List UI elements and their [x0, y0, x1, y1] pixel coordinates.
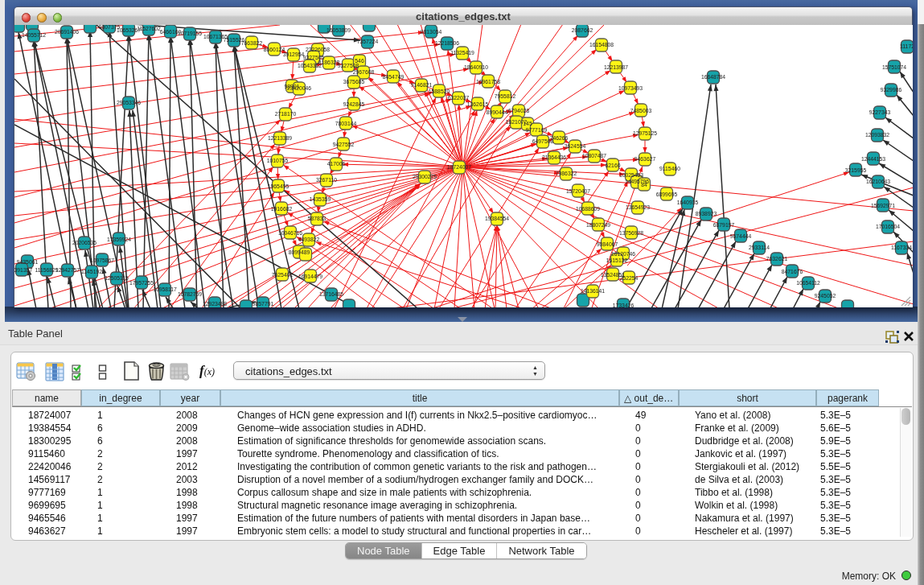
- svg-text:16914479: 16914479: [298, 274, 322, 279]
- svg-text:7357224: 7357224: [357, 39, 379, 44]
- svg-text:8186328: 8186328: [318, 60, 340, 65]
- svg-text:12942757: 12942757: [55, 267, 80, 273]
- svg-text:13756928: 13756928: [619, 230, 643, 236]
- svg-text:3215955: 3215955: [845, 167, 867, 173]
- svg-text:14055712: 14055712: [22, 32, 46, 38]
- svg-text:17359924: 17359924: [107, 237, 131, 242]
- svg-text:9674444: 9674444: [730, 233, 752, 239]
- svg-text:20691406: 20691406: [55, 29, 79, 35]
- svg-text:9427552: 9427552: [333, 142, 355, 147]
- svg-text:9245052: 9245052: [815, 293, 836, 299]
- svg-text:12505115: 12505115: [105, 275, 129, 281]
- svg-text:15720407: 15720407: [566, 188, 590, 194]
- svg-text:7986322: 7986322: [556, 171, 577, 176]
- svg-text:10025453: 10025453: [619, 172, 643, 178]
- svg-text:12444153: 12444153: [861, 156, 885, 162]
- svg-text:6322037: 6322037: [448, 95, 470, 101]
- svg-text:4493822: 4493822: [298, 237, 320, 242]
- svg-text:8454749: 8454749: [383, 74, 405, 80]
- svg-text:17016504: 17016504: [876, 224, 900, 229]
- svg-text:1362615: 1362615: [467, 101, 489, 107]
- svg-text:9084067: 9084067: [597, 241, 618, 247]
- svg-text:252254: 252254: [620, 275, 639, 281]
- svg-text:6879197: 6879197: [713, 222, 735, 228]
- svg-text:7955812: 7955812: [495, 93, 516, 99]
- svg-text:9435061: 9435061: [17, 259, 39, 265]
- svg-text:9115460: 9115460: [659, 166, 680, 171]
- svg-text:8813054: 8813054: [421, 29, 442, 35]
- svg-text:1615132: 1615132: [606, 257, 628, 263]
- svg-text:417006: 417006: [327, 161, 346, 167]
- svg-text:2933114: 2933114: [749, 245, 770, 250]
- svg-text:8660124: 8660124: [264, 47, 285, 52]
- svg-text:18724007: 18724007: [447, 164, 471, 170]
- svg-text:7803144: 7803144: [335, 121, 357, 126]
- svg-text:1733426: 1733426: [613, 303, 634, 307]
- svg-text:9463627: 9463627: [634, 156, 656, 162]
- svg-text:587833: 587833: [308, 216, 326, 221]
- svg-text:1435359: 1435359: [310, 196, 331, 202]
- svg-text:21364436: 21364436: [542, 154, 566, 160]
- svg-text:9777169: 9777169: [526, 127, 548, 133]
- svg-text:1916682: 1916682: [271, 206, 293, 212]
- svg-text:10958117: 10958117: [153, 286, 177, 292]
- svg-text:16154808: 16154808: [589, 42, 614, 47]
- svg-text:1640935: 1640935: [677, 200, 699, 205]
- svg-text:18640910: 18640910: [464, 64, 488, 70]
- svg-text:9327508: 9327508: [338, 63, 359, 68]
- svg-text:18807249: 18807249: [586, 222, 610, 228]
- svg-text:16782759: 16782759: [178, 291, 202, 297]
- svg-text:2718170: 2718170: [275, 111, 297, 117]
- svg-text:12213389: 12213389: [268, 135, 292, 141]
- svg-text:16120746: 16120746: [611, 251, 635, 257]
- svg-text:23420046: 23420046: [287, 85, 311, 91]
- svg-text:1167334: 1167334: [891, 245, 912, 250]
- svg-text:16210643: 16210643: [866, 179, 890, 184]
- svg-text:145: 145: [523, 121, 532, 126]
- svg-text:29053346: 29053346: [117, 100, 141, 105]
- svg-text:12923488: 12923488: [203, 301, 227, 307]
- svg-text:15692971: 15692971: [871, 203, 895, 208]
- svg-text:23226058: 23226058: [306, 47, 330, 52]
- svg-text:9227343: 9227343: [869, 109, 891, 115]
- svg-text:16648784: 16648784: [701, 74, 725, 80]
- svg-text:8990444: 8990444: [487, 109, 508, 115]
- svg-text:10975867: 10975867: [90, 257, 114, 263]
- svg-text:10807487: 10807487: [582, 153, 606, 159]
- svg-text:10654112: 10654112: [796, 280, 820, 286]
- svg-text:6899695: 6899695: [656, 192, 678, 197]
- svg-text:8938923: 8938923: [696, 211, 717, 216]
- svg-text:14136141: 14136141: [581, 288, 605, 294]
- svg-text:7632621: 7632621: [766, 256, 788, 262]
- svg-text:29300275: 29300275: [413, 174, 437, 179]
- svg-text:13716485: 13716485: [319, 291, 343, 297]
- svg-text:16961758: 16961758: [476, 79, 500, 84]
- svg-text:3624554: 3624554: [565, 143, 586, 149]
- svg-text:10719155: 10719155: [178, 31, 202, 36]
- svg-text:7625402: 7625402: [272, 272, 294, 278]
- svg-text:9242845: 9242845: [343, 101, 365, 107]
- svg-text:12213987: 12213987: [604, 64, 628, 70]
- svg-text:15751074: 15751074: [882, 64, 906, 70]
- svg-text:19384554: 19384554: [485, 216, 509, 221]
- svg-text:8099489: 8099489: [289, 249, 310, 255]
- svg-text:546: 546: [355, 58, 364, 64]
- svg-text:20206535: 20206535: [72, 240, 97, 245]
- svg-text:1145192: 1145192: [81, 269, 102, 274]
- svg-text:3912954: 3912954: [283, 51, 305, 57]
- svg-text:12093832: 12093832: [865, 132, 889, 138]
- svg-text:11527602: 11527602: [137, 26, 161, 31]
- svg-text:17957255: 17957255: [129, 280, 154, 286]
- svg-text:7663822: 7663822: [241, 40, 263, 46]
- svg-text:13654923: 13654923: [626, 204, 650, 210]
- svg-text:9146821: 9146821: [411, 82, 433, 88]
- svg-text:11172: 11172: [900, 43, 913, 49]
- svg-text:3267110: 3267110: [316, 177, 337, 183]
- svg-text:8471676: 8471676: [782, 269, 803, 274]
- svg-text:1391357: 1391357: [14, 267, 32, 273]
- svg-text:12218506: 12218506: [435, 40, 459, 46]
- svg-text:62160: 62160: [606, 163, 621, 168]
- svg-text:10973493: 10973493: [618, 85, 643, 91]
- svg-text:9857791: 9857791: [253, 301, 274, 307]
- svg-text:1010755: 1010755: [267, 158, 289, 163]
